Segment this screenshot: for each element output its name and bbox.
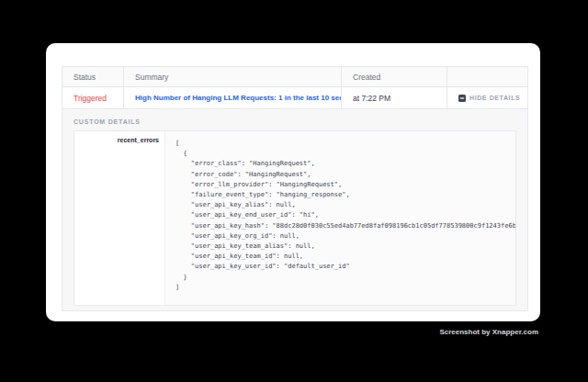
hide-details-button[interactable]: HIDE DETAILS [458,95,520,102]
table-row: Triggered High Number of Hanging LLM Req… [62,87,527,109]
custom-details-section: CUSTOM DETAILS recent_errors [ { "error_… [62,109,527,310]
created-timestamp: at 7:22 PM [353,94,390,103]
column-header-actions [447,67,527,86]
alerts-card: Status Summary Created Triggered High Nu… [46,43,540,321]
column-header-summary: Summary [123,67,341,86]
column-header-created: Created [341,67,447,86]
table-header-row: Status Summary Created [62,67,527,87]
screenshot-stage: Status Summary Created Triggered High Nu… [0,0,588,382]
status-badge: Triggered [74,94,107,103]
details-key-label: recent_errors [74,131,164,305]
status-cell: Triggered [62,87,123,108]
collapse-minus-square-icon [458,95,466,102]
recent-errors-json: [ { "error_class": "HangingRequest", "er… [175,139,508,293]
custom-details-heading: CUSTOM DETAILS [74,118,516,125]
column-header-status: Status [62,67,123,86]
hide-details-label: HIDE DETAILS [469,95,520,101]
alert-summary-link[interactable]: High Number of Hanging LLM Requests: 1 i… [135,94,341,102]
custom-details-panel: recent_errors [ { "error_class": "Hangin… [74,130,516,306]
actions-cell: HIDE DETAILS [447,87,527,108]
alerts-table: Status Summary Created Triggered High Nu… [62,66,528,311]
details-code-area: [ { "error_class": "HangingRequest", "er… [164,131,515,305]
created-cell: at 7:22 PM [341,87,447,108]
watermark-text: Screenshot by Xnapper.com [439,328,538,336]
summary-cell: High Number of Hanging LLM Requests: 1 i… [123,87,341,108]
